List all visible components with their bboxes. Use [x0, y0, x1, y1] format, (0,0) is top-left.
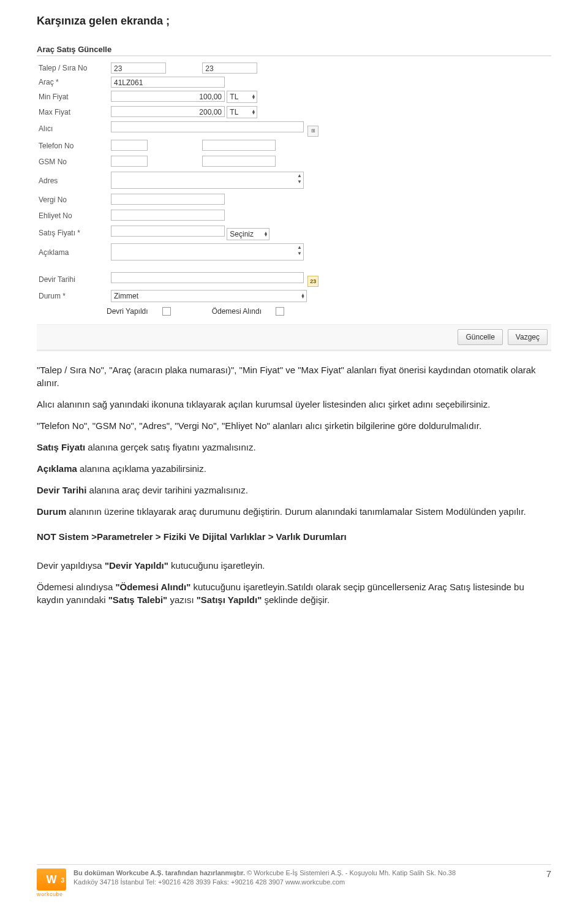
bold-satisi-yapildi: "Satışı Yapıldı" [197, 595, 262, 605]
chevron-updown-icon [301, 294, 305, 298]
logo-caption: workcube [37, 891, 67, 897]
bold-durum: Durum [37, 506, 66, 517]
vazgec-button[interactable]: Vazgeç [508, 329, 548, 345]
telefon-number-input[interactable] [202, 140, 276, 151]
footer-line2: Kadıköy 34718 İstanbul Tel: +90216 428 3… [74, 878, 345, 886]
footer-text: Bu doküman Workcube A.Ş. tarafından hazı… [74, 868, 527, 887]
label-alici: Alıcı [37, 121, 109, 137]
odemesi-alindi-checkbox[interactable] [276, 307, 284, 316]
form-title: Araç Satış Güncelle [37, 42, 551, 56]
para-1: "Talep / Sıra No", "Araç (aracın plaka n… [37, 363, 551, 389]
text-9c: kutucuğunu işaretleyin. [168, 560, 265, 571]
bold-odemesi-alindi: "Ödemesi Alındı" [115, 582, 190, 592]
bold-satis-talebi: "Satış Talebi" [108, 595, 167, 605]
bold-satis-fiyati: Satış Fiyatı [37, 442, 85, 452]
para-8-note: NOT Sistem >Parametreler > Fiziki Ve Dij… [37, 530, 551, 543]
bold-aciklama: Açıklama [37, 463, 77, 474]
workcube-logo-icon: W3 [37, 868, 66, 891]
guncelle-button[interactable]: Güncelle [458, 329, 502, 345]
para-3: "Telefon No", "GSM No", "Adres", "Vergi … [37, 419, 551, 432]
label-ehliyet: Ehliyet No [37, 209, 109, 223]
satis-fiyat-currency-select[interactable]: Seçiniz [227, 228, 270, 240]
gsm-area-input[interactable] [111, 156, 148, 167]
satis-currency-value: Seçiniz [230, 230, 254, 238]
text-7: alanının üzerine tıklayarak araç durumun… [66, 506, 526, 517]
aciklama-textarea[interactable]: ▲▼ [111, 243, 304, 260]
min-fiyat-currency-select[interactable]: TL [227, 91, 257, 103]
min-currency-value: TL [230, 93, 238, 101]
arac-input[interactable]: 41LZ061 [111, 77, 225, 88]
label-arac: Araç * [37, 76, 109, 88]
chevron-updown-icon [263, 232, 268, 237]
min-fiyat-input[interactable]: 100,00 [111, 91, 225, 102]
label-min-fiyat: Min Fiyat [37, 90, 109, 104]
page-heading: Karşınıza gelen ekranda ; [37, 15, 551, 28]
text-10a: Ödemesi alındıysa [37, 582, 115, 592]
adres-textarea[interactable]: ▲▼ [111, 172, 304, 189]
bold-devir-yapildi: "Devir Yapıldı" [105, 560, 168, 571]
chevron-updown-icon [251, 94, 255, 99]
sira-no-input[interactable]: 23 [202, 63, 257, 74]
max-fiyat-currency-select[interactable]: TL [227, 106, 257, 118]
devir-tarihi-input[interactable] [111, 272, 304, 283]
max-currency-value: TL [230, 108, 238, 116]
instruction-text: "Talep / Sıra No", "Araç (aracın plaka n… [37, 363, 551, 606]
label-max-fiyat: Max Fiyat [37, 105, 109, 119]
text-5: alanına açıklama yazabilirsiniz. [77, 463, 206, 474]
page-number: 7 [533, 868, 551, 879]
bold-devir-tarihi: Devir Tarihi [37, 485, 86, 495]
para-6: Devir Tarihi alanına araç devir tarihini… [37, 484, 551, 496]
label-satis-fiyat: Satış Fiyatı * [37, 225, 109, 241]
text-10e: yazısı [167, 595, 197, 605]
para-10: Ödemesi alındıysa "Ödemesi Alındı" kutuc… [37, 580, 551, 606]
satis-fiyat-input[interactable] [111, 226, 225, 237]
para-9: Devir yapıldıysa "Devir Yapıldı" kutucuğ… [37, 559, 551, 572]
checkbox-row: Devri Yapıldı Ödemesi Alındı [37, 307, 551, 316]
ehliyet-input[interactable] [111, 210, 225, 221]
scroll-icon: ▲▼ [297, 245, 302, 257]
para-5: Açıklama alanına açıklama yazabilirsiniz… [37, 462, 551, 475]
gsm-number-input[interactable] [202, 156, 276, 167]
odemesi-alindi-label: Ödemesi Alındı [212, 307, 262, 316]
durum-value: Zimmet [114, 292, 138, 300]
chevron-updown-icon [251, 110, 255, 115]
durum-select[interactable]: Zimmet [111, 290, 307, 302]
para-4: Satış Fiyatı alanına gerçek satış fiyatı… [37, 441, 551, 454]
para-7: Durum alanının üzerine tıklayarak araç d… [37, 505, 551, 518]
form-table: Talep / Sıra No 23 23 Araç * 41LZ061 Min… [37, 60, 320, 305]
label-vergi: Vergi No [37, 193, 109, 207]
text-10g: şeklinde değişir. [262, 595, 330, 605]
label-telefon: Telefon No [37, 139, 109, 153]
form-screenshot: Araç Satış Güncelle Talep / Sıra No 23 2… [37, 42, 551, 351]
footer-line1-bold: Bu doküman Workcube A.Ş. tarafından hazı… [74, 869, 247, 876]
logo-box: W3 workcube [37, 868, 67, 897]
logo-3: 3 [61, 870, 64, 892]
para-2: Alıcı alanının sağ yanındaki ikonuna tık… [37, 398, 551, 411]
max-fiyat-input[interactable]: 200,00 [111, 106, 225, 117]
label-aciklama: Açıklama [37, 243, 109, 263]
vergi-input[interactable] [111, 194, 225, 205]
footer-line1-rest: © Workcube E-İş Sistemleri A.Ş. - Koşuyo… [247, 869, 456, 876]
text-4: alanına gerçek satış fiyatını yazmalısın… [85, 442, 255, 452]
label-devir-tarihi: Devir Tarihi [37, 272, 109, 287]
logo-w: W [47, 873, 57, 886]
devri-yapildi-checkbox[interactable] [162, 307, 171, 316]
button-row: Güncelle Vazgeç [37, 324, 551, 350]
label-talep-sira: Talep / Sıra No [37, 62, 109, 74]
alici-input[interactable] [111, 121, 304, 132]
footer: W3 workcube Bu doküman Workcube A.Ş. tar… [37, 864, 551, 897]
label-adres: Adres [37, 171, 109, 191]
devri-yapildi-label: Devri Yapıldı [107, 307, 148, 316]
scroll-icon: ▲▼ [297, 173, 302, 185]
lookup-icon[interactable]: ⊞ [307, 126, 318, 137]
label-durum: Durum * [37, 289, 109, 303]
text-6: alanına araç devir tarihini yazmalısınız… [86, 485, 247, 495]
telefon-area-input[interactable] [111, 140, 148, 151]
calendar-icon[interactable]: 23 [307, 276, 318, 287]
talep-no-input[interactable]: 23 [111, 63, 166, 74]
label-gsm: GSM No [37, 155, 109, 169]
text-9a: Devir yapıldıysa [37, 560, 105, 571]
